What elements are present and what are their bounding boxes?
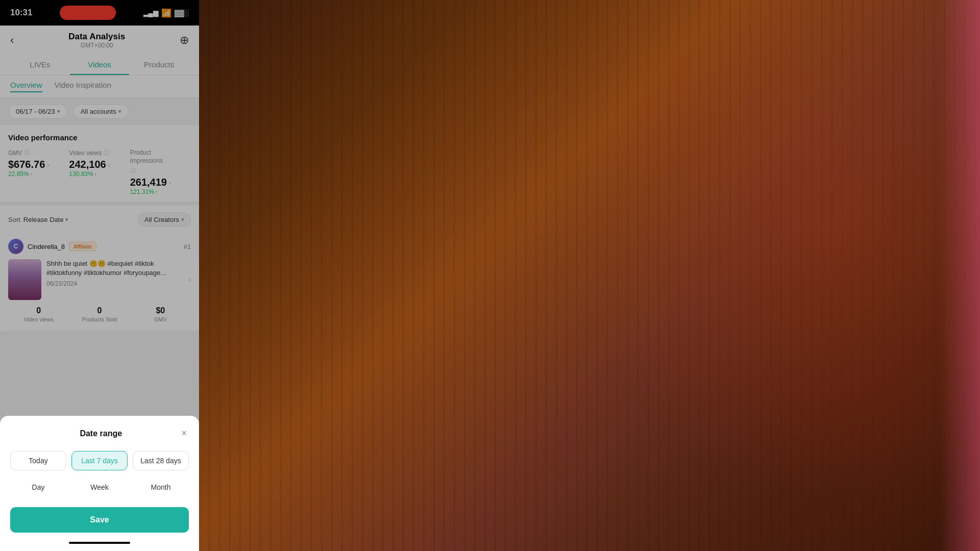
modal-overlay: Date range × Today Last 7 days Last 28 d… xyxy=(0,0,199,551)
date-quick-options: Today Last 7 days Last 28 days xyxy=(10,451,189,470)
date-option-last7[interactable]: Last 7 days xyxy=(71,451,128,470)
modal-header: Date range × xyxy=(10,426,189,441)
person-overlay xyxy=(521,0,980,551)
date-option-today[interactable]: Today xyxy=(10,451,66,470)
home-indicator xyxy=(69,542,130,544)
modal-title: Date range xyxy=(22,429,179,438)
save-button[interactable]: Save xyxy=(10,507,189,533)
period-option-month[interactable]: Month xyxy=(133,478,189,497)
period-option-day[interactable]: Day xyxy=(10,478,66,497)
background-photo xyxy=(199,0,980,551)
date-range-modal: Date range × Today Last 7 days Last 28 d… xyxy=(0,416,199,551)
period-options: Day Week Month xyxy=(10,478,189,497)
date-option-last28[interactable]: Last 28 days xyxy=(133,451,189,470)
phone-panel: 10:31 ▂▄▆ 📶 ▓▓░ ‹ Data Analysis GMT+00:0… xyxy=(0,0,199,551)
period-option-week[interactable]: Week xyxy=(71,478,128,497)
modal-close-button[interactable]: × xyxy=(179,426,189,441)
pink-light-accent xyxy=(939,0,980,551)
